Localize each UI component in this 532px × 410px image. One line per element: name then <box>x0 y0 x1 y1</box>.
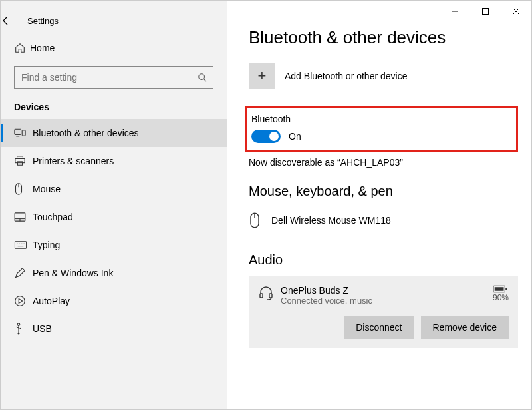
svg-rect-32 <box>505 288 507 290</box>
disconnect-button[interactable]: Disconnect <box>344 316 414 339</box>
add-device-button[interactable]: + Add Bluetooth or other device <box>249 63 531 89</box>
devices-icon <box>14 128 33 138</box>
nav-touchpad[interactable]: Touchpad <box>1 203 227 231</box>
nav-label: Bluetooth & other devices <box>33 128 139 138</box>
home-label: Home <box>30 43 55 53</box>
nav-label: Touchpad <box>33 212 73 222</box>
nav-pen[interactable]: Pen & Windows Ink <box>1 259 227 287</box>
svg-rect-29 <box>260 294 263 298</box>
svg-rect-3 <box>22 130 25 136</box>
device-mouse-row[interactable]: Dell Wireless Mouse WM118 <box>249 207 531 234</box>
nav-usb[interactable]: USB <box>1 315 227 343</box>
plus-icon: + <box>249 63 275 89</box>
search-input[interactable] <box>14 66 213 89</box>
nav-label: Printers & scanners <box>33 156 114 166</box>
autoplay-icon <box>14 295 33 307</box>
audio-card[interactable]: OnePlus Buds Z Connected voice, music 90… <box>249 276 518 348</box>
section-mouse-heading: Mouse, keyboard, & pen <box>249 184 531 199</box>
audio-device-name: OnePlus Buds Z <box>281 285 372 296</box>
svg-point-20 <box>17 323 20 326</box>
nav-typing[interactable]: Typing <box>1 231 227 259</box>
window-title: Settings <box>27 16 59 26</box>
back-button[interactable] <box>1 15 27 26</box>
discoverable-text: Now discoverable as “AHCH_LAP03” <box>249 157 531 168</box>
maximize-button[interactable] <box>470 1 501 22</box>
svg-point-19 <box>15 296 25 306</box>
svg-rect-5 <box>17 156 23 159</box>
battery-icon <box>493 285 509 293</box>
touchpad-icon <box>14 212 33 222</box>
page-title: Bluetooth & other devices <box>249 27 531 48</box>
pen-icon <box>14 267 33 279</box>
home-nav[interactable]: Home <box>1 34 227 62</box>
headset-icon <box>258 285 281 306</box>
bluetooth-highlight: Bluetooth On <box>245 106 518 152</box>
device-mouse-name: Dell Wireless Mouse WM118 <box>271 215 391 226</box>
nav-mouse[interactable]: Mouse <box>1 175 227 203</box>
bluetooth-toggle[interactable] <box>251 130 281 143</box>
nav-label: Mouse <box>33 184 61 194</box>
audio-device-status: Connected voice, music <box>281 296 372 306</box>
nav-label: Typing <box>33 240 60 250</box>
svg-rect-2 <box>15 129 21 134</box>
minimize-button[interactable] <box>440 1 470 22</box>
keyboard-icon <box>14 241 33 249</box>
section-label: Devices <box>1 99 227 119</box>
add-device-label: Add Bluetooth or other device <box>285 71 407 81</box>
svg-rect-30 <box>269 294 272 298</box>
nav-printers[interactable]: Printers & scanners <box>1 147 227 175</box>
svg-rect-6 <box>15 158 25 162</box>
toggle-state: On <box>289 131 301 142</box>
mouse-device-icon <box>249 212 271 228</box>
nav-autoplay[interactable]: AutoPlay <box>1 287 227 315</box>
svg-rect-7 <box>17 162 22 165</box>
home-icon <box>14 42 30 54</box>
remove-device-button[interactable]: Remove device <box>421 316 509 339</box>
svg-point-22 <box>18 333 20 335</box>
printer-icon <box>14 156 33 166</box>
nav-label: USB <box>33 323 52 334</box>
bluetooth-label: Bluetooth <box>251 114 512 124</box>
close-button[interactable] <box>501 1 531 22</box>
svg-rect-24 <box>483 9 489 15</box>
svg-rect-13 <box>15 242 26 248</box>
nav-label: AutoPlay <box>33 296 70 306</box>
nav-label: Pen & Windows Ink <box>33 268 113 278</box>
battery-percentage: 90% <box>493 293 509 302</box>
section-audio-heading: Audio <box>249 252 531 268</box>
usb-icon <box>14 323 33 335</box>
nav-bluetooth[interactable]: Bluetooth & other devices <box>1 119 227 147</box>
mouse-icon <box>14 183 33 195</box>
svg-rect-33 <box>495 287 504 291</box>
